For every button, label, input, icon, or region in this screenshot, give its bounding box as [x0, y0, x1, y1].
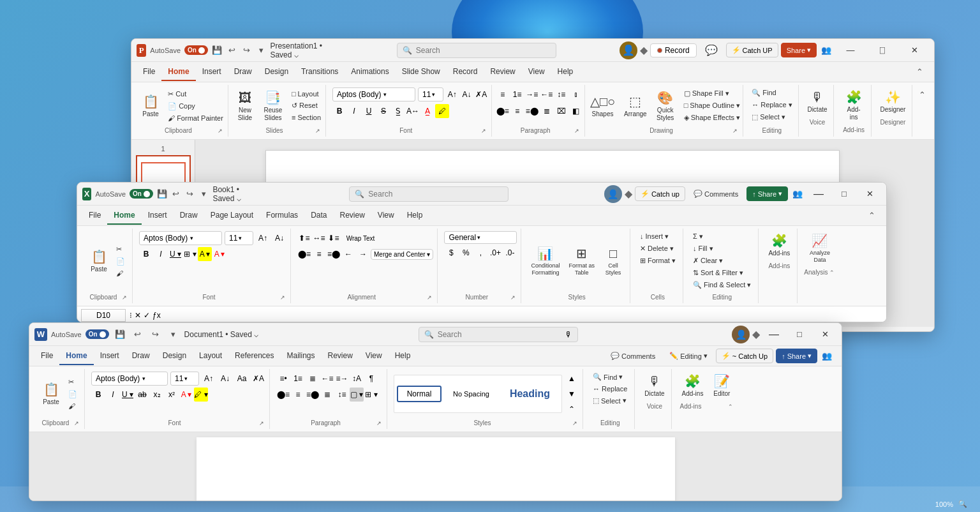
ppt-fontcolor-btn[interactable]: A̲ [420, 104, 434, 118]
ppt-search-input[interactable] [416, 46, 551, 55]
excel-merge-btn[interactable]: Merge and Center ▾ [371, 249, 433, 260]
word-font-grow[interactable]: A↑ [202, 372, 216, 386]
word-superscript-btn[interactable]: x² [165, 388, 179, 402]
word-font-selector[interactable]: Aptos (Body) ▾ [91, 372, 168, 386]
word-tab-help[interactable]: Help [389, 347, 417, 365]
ppt-record-btn[interactable]: Record [650, 43, 697, 57]
excel-comma-btn[interactable]: , [473, 246, 487, 260]
excel-number-expand[interactable]: ↗ [509, 294, 517, 301]
excel-conditional-btn[interactable]: 📊 ConditionalFormatting [528, 244, 563, 278]
excel-top-align[interactable]: ⬆≡ [297, 231, 311, 245]
word-underline-btn[interactable]: U ▾ [121, 388, 135, 402]
excel-maximize-btn[interactable]: □ [833, 184, 856, 204]
word-clear-format[interactable]: ✗A [251, 372, 265, 386]
excel-fontcolor-btn[interactable]: A ▾ [212, 247, 226, 261]
excel-align-left[interactable]: ⬤≡ [297, 247, 311, 261]
excel-tab-home[interactable]: Home [107, 207, 141, 225]
word-styles-more[interactable]: ⌃ [565, 402, 579, 416]
excel-sortfilter-btn[interactable]: ⇅ Sort & Filter ▾ [690, 267, 755, 278]
ppt-reset-btn[interactable]: ↺ Reset [288, 100, 324, 111]
word-justify-btn[interactable]: ≣ [320, 388, 334, 402]
word-catchup-btn[interactable]: ⚡ ~ Catch Up [716, 349, 773, 363]
word-user-avatar[interactable]: 👤 [732, 326, 750, 343]
word-style-nospacing[interactable]: No Spacing [444, 386, 498, 402]
word-indent-less[interactable]: ←≡ [320, 372, 334, 386]
excel-cancel-formula[interactable]: ✕ [135, 311, 141, 320]
excel-cut-btn[interactable]: ✂ [113, 244, 128, 255]
word-styles-down[interactable]: ▼ [565, 387, 579, 401]
word-cut-btn[interactable]: ✂ [65, 377, 80, 388]
excel-user-avatar[interactable]: 👤 [604, 185, 622, 203]
word-editing-btn[interactable]: ✏️ Editing ▾ [664, 349, 713, 363]
ppt-align-right[interactable]: ≡⬤ [525, 104, 539, 118]
excel-analysis-expand[interactable]: ⌃ [828, 269, 836, 276]
ppt-customize-icon[interactable]: ▾ [256, 43, 267, 57]
word-page[interactable] [197, 437, 675, 501]
word-tab-view[interactable]: View [359, 347, 389, 365]
excel-redo-icon[interactable]: ↪ [185, 187, 195, 201]
word-paste-btn[interactable]: 📋 Paste [38, 380, 64, 408]
ppt-indent-more[interactable]: →≡ [525, 87, 539, 102]
excel-format-btn[interactable]: ⊞ Format ▾ [637, 255, 679, 266]
ppt-highlight-btn[interactable]: 🖊 [435, 104, 449, 118]
word-borders-btn[interactable]: ⊞ ▾ [364, 388, 378, 402]
ppt-autosave-toggle[interactable]: On [184, 45, 208, 55]
excel-confirm-formula[interactable]: ✓ [144, 311, 150, 320]
excel-font-shrink[interactable]: A↓ [272, 231, 286, 245]
ppt-comments-icon[interactable]: 💬 [699, 41, 724, 59]
word-dictate-btn[interactable]: 🎙 Dictate [641, 372, 667, 400]
word-tab-mailings[interactable]: Mailings [280, 347, 321, 365]
ppt-undo-icon[interactable]: ↩ [226, 43, 237, 57]
ppt-shapeeffects-btn[interactable]: ◈ Shape Effects ▾ [681, 112, 743, 123]
ppt-drawing-expand[interactable]: ↗ [731, 128, 739, 134]
ppt-layout-btn[interactable]: □ Layout [288, 89, 324, 99]
ppt-align-left[interactable]: ⬤≡ [496, 104, 510, 118]
word-editor-btn[interactable]: 📝 Editor [709, 372, 734, 400]
word-align-right[interactable]: ≡⬤ [306, 388, 320, 402]
excel-copy-btn[interactable]: 📄 [113, 256, 128, 267]
ppt-copy-btn[interactable]: 📄 Copy [165, 101, 226, 112]
ppt-tab-slideshow[interactable]: Slide Show [396, 63, 447, 81]
ppt-save-icon[interactable]: 💾 [212, 43, 223, 57]
excel-tab-formulas[interactable]: Formulas [260, 207, 304, 225]
excel-formula-menu[interactable]: ⁝ [130, 311, 132, 320]
ppt-bold-btn[interactable]: B [332, 104, 346, 118]
word-sort-btn[interactable]: ↕A [350, 372, 364, 386]
word-font-size[interactable]: 11 ▾ [170, 372, 199, 386]
excel-font-selector[interactable]: Aptos (Body) ▾ [139, 231, 222, 245]
word-autosave-toggle[interactable]: On [85, 329, 109, 339]
excel-cell-ref[interactable] [81, 309, 126, 322]
excel-tab-pagelayout[interactable]: Page Layout [204, 207, 260, 225]
ppt-linespace-btn[interactable]: ↕≡ [554, 87, 568, 102]
ppt-tab-design[interactable]: Design [258, 63, 295, 81]
ppt-strikethrough-btn[interactable]: S [376, 104, 390, 118]
ppt-font-grow[interactable]: A↑ [446, 87, 458, 102]
excel-collab-icon[interactable]: 👥 [791, 187, 805, 201]
word-font-expand[interactable]: ↗ [258, 420, 265, 426]
excel-italic-btn[interactable]: I [154, 247, 168, 261]
word-clipboard-expand[interactable]: ↗ [73, 420, 80, 426]
word-fontcolor-btn[interactable]: A ▾ [179, 388, 193, 402]
excel-tab-draw[interactable]: Draw [174, 207, 204, 225]
ppt-font-selector[interactable]: Aptos (Body) ▾ [332, 87, 415, 102]
word-tab-file[interactable]: File [34, 347, 59, 365]
excel-decimal-inc[interactable]: .0+ [488, 246, 502, 260]
excel-wraptext-btn[interactable]: Wrap Text [341, 231, 380, 245]
ppt-catchup-btn[interactable]: ⚡ Catch UP [726, 43, 778, 57]
word-italic-btn[interactable]: I [106, 388, 120, 402]
word-replace-btn[interactable]: ↔ Replace [590, 384, 630, 394]
ppt-format-painter-btn[interactable]: 🖌 Format Painter [165, 113, 226, 123]
ppt-paste-btn[interactable]: 📋 Paste [138, 92, 163, 120]
excel-borders-btn[interactable]: ⊞ ▾ [183, 247, 197, 261]
word-find-btn[interactable]: 🔍 Find ▾ [590, 372, 630, 382]
excel-undo-icon[interactable]: ↩ [171, 187, 181, 201]
excel-search-box[interactable]: 🔍 [349, 186, 509, 202]
ppt-tab-draw[interactable]: Draw [228, 63, 258, 81]
excel-formattable-btn[interactable]: ⊞ Format asTable [565, 244, 598, 278]
word-tab-draw[interactable]: Draw [126, 347, 156, 365]
word-addins-expand[interactable]: ⌃ [727, 403, 734, 410]
word-tab-home[interactable]: Home [59, 347, 93, 365]
ppt-close-btn[interactable]: ✕ [900, 39, 929, 62]
word-undo-icon[interactable]: ↩ [131, 328, 145, 342]
ppt-smartart-btn[interactable]: ◧ [569, 104, 583, 118]
